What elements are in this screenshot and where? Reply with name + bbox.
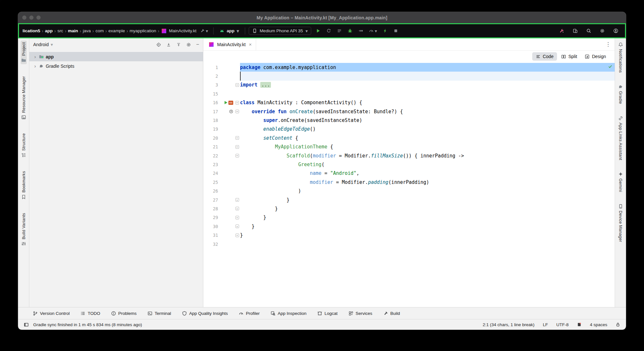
fold-marker[interactable]: − — [234, 83, 240, 87]
tool-stripe-gradle[interactable]: Gradle — [618, 83, 624, 105]
fold-marker[interactable]: − — [234, 145, 240, 149]
inspections-passed-icon[interactable] — [608, 64, 612, 69]
bottom-tool-profiler[interactable]: Profiler — [239, 311, 260, 316]
expand-icon[interactable] — [176, 42, 181, 47]
code-editor[interactable]: 1package com.example.myapplication23−imp… — [203, 62, 615, 307]
device-select[interactable]: Medium Phone API 35▾ — [249, 27, 311, 35]
run-configuration-select[interactable]: app▾ — [217, 27, 241, 35]
code-line[interactable]: 19 enableEdgeToEdge() — [203, 125, 615, 134]
bottom-tool-build[interactable]: Build — [383, 311, 400, 316]
code-line[interactable]: 15 — [203, 89, 615, 98]
bottom-tool-problems[interactable]: Problems — [111, 311, 137, 316]
code-line[interactable]: 22− Scaffold(modifier = Modifier.fillMax… — [203, 151, 615, 160]
tree-node-app[interactable]: ›app — [29, 52, 203, 61]
bottom-tool-terminal[interactable]: Terminal — [148, 311, 171, 316]
code-line[interactable]: 24 name = "Android", — [203, 169, 615, 178]
tree-node-gradle-scripts[interactable]: ›Gradle Scripts — [29, 61, 203, 71]
minimize-window-button[interactable] — [29, 15, 34, 20]
settings-button[interactable] — [598, 27, 606, 35]
editor-tab[interactable]: MainActivity.kt × — [203, 38, 256, 50]
chevron-down-icon[interactable]: ▾ — [51, 42, 53, 47]
build-menu-button[interactable]: ▾ — [198, 27, 210, 35]
close-tab-icon[interactable]: × — [249, 42, 252, 47]
fold-marker[interactable]: ▴ — [234, 216, 240, 219]
code-line[interactable]: 1package com.example.myapplication — [203, 63, 615, 72]
apply-code-changes-button[interactable] — [335, 27, 343, 35]
code-line[interactable]: 30▴ } — [203, 222, 615, 231]
code-line[interactable]: 29▴ } — [203, 213, 615, 222]
code-line[interactable]: 31▴} — [203, 231, 615, 239]
encoding-widget[interactable]: UTF-8 — [556, 322, 569, 327]
tab-options-icon[interactable]: ⋮ — [605, 41, 611, 48]
fold-marker[interactable]: ▴ — [234, 234, 240, 237]
code-line[interactable]: 27▴ } — [203, 196, 615, 204]
tool-stripe-notifications[interactable]: Notifications — [618, 41, 624, 74]
bottom-tool-app-inspection[interactable]: App Inspection — [271, 311, 306, 316]
run-button[interactable] — [314, 27, 322, 35]
tool-stripe-build-variants[interactable]: Build Variants — [21, 211, 27, 248]
view-toggle-code[interactable]: Code — [532, 52, 557, 61]
fold-marker[interactable]: ▴ — [234, 207, 240, 210]
bottom-tool-version-control[interactable]: Version Control — [33, 311, 70, 316]
code-line[interactable]: 17− override fun onCreate(savedInstanceS… — [203, 107, 615, 116]
breadcrumb-file[interactable]: MainActivity.kt — [168, 28, 197, 33]
apply-changes-button[interactable] — [325, 27, 333, 35]
tool-stripe-device-manager[interactable]: Device Manager — [618, 202, 624, 244]
zoom-window-button[interactable] — [36, 15, 41, 20]
profile-low-overhead-button[interactable] — [381, 27, 389, 35]
tool-stripe-project[interactable]: Project — [21, 41, 27, 64]
code-line[interactable]: 3−import ... — [203, 81, 615, 89]
project-view-selector[interactable]: Android — [33, 42, 49, 47]
gear-icon[interactable] — [186, 42, 191, 47]
breadcrumb-item[interactable]: lication5 — [22, 28, 41, 33]
fold-marker[interactable]: − — [234, 154, 240, 157]
code-line[interactable]: 16<>−class MainActivity : ComponentActiv… — [203, 98, 615, 107]
hide-icon[interactable]: − — [196, 42, 199, 47]
expand-chevron-icon[interactable]: › — [33, 54, 37, 59]
override-gutter-icon[interactable] — [229, 109, 233, 114]
breadcrumb-item[interactable]: src — [56, 28, 64, 33]
expand-chevron-icon[interactable]: › — [33, 63, 37, 69]
bottom-tool-logcat[interactable]: Logcat — [317, 311, 338, 316]
code-line[interactable]: 32 — [203, 240, 615, 248]
studio-bot-button[interactable] — [558, 27, 566, 35]
tool-stripe-bookmarks[interactable]: Bookmarks — [21, 169, 27, 201]
search-everywhere-button[interactable] — [585, 27, 593, 35]
caret-position-widget[interactable]: 2:1 (34 chars, 1 line break) — [483, 322, 534, 327]
bottom-tool-app-quality-insights[interactable]: App Quality Insights — [182, 311, 228, 316]
code-line[interactable]: 23 Greeting( — [203, 160, 615, 169]
breadcrumb-item[interactable]: main — [67, 28, 79, 33]
close-window-button[interactable] — [22, 15, 26, 20]
code-line[interactable]: 26 ) — [203, 186, 615, 195]
profile-account-button[interactable] — [612, 27, 620, 35]
debug-button[interactable] — [346, 27, 354, 35]
target-icon[interactable] — [156, 42, 161, 47]
line-ending-widget[interactable]: LF — [543, 322, 548, 327]
profiler-button[interactable]: ▾ — [367, 27, 379, 35]
bottom-tool-services[interactable]: Services — [349, 311, 372, 316]
fold-marker[interactable]: − — [234, 136, 240, 140]
attach-debugger-button[interactable] — [357, 27, 365, 35]
breadcrumb-item[interactable]: app — [44, 28, 53, 33]
breadcrumb-item[interactable]: com — [94, 28, 105, 33]
code-line[interactable]: 2 — [203, 72, 615, 80]
indent-widget[interactable]: 4 spaces — [590, 322, 607, 327]
running-devices-button[interactable] — [571, 27, 579, 35]
breadcrumb-item[interactable]: example — [108, 28, 126, 33]
compose-gutter-icon[interactable]: <> — [228, 101, 233, 105]
lock-icon[interactable] — [616, 322, 620, 327]
collapse-icon[interactable] — [166, 42, 171, 47]
tool-stripe-app-links-assistant[interactable]: App Links Assistant — [618, 114, 624, 162]
view-toggle-design[interactable]: Design — [581, 52, 610, 61]
code-line[interactable]: 28▴ } — [203, 204, 615, 213]
breadcrumb-item[interactable]: java — [82, 28, 92, 33]
tool-stripe-structure[interactable]: Structure — [21, 132, 27, 159]
fold-marker[interactable]: − — [234, 101, 240, 105]
fold-marker[interactable]: − — [234, 110, 240, 113]
view-toggle-split[interactable]: Split — [558, 52, 581, 61]
tool-window-panel-icon[interactable] — [24, 322, 29, 327]
code-line[interactable]: 25 modifier = Modifier.padding(innerPadd… — [203, 178, 615, 186]
fold-marker[interactable]: ▴ — [234, 225, 240, 228]
stop-button[interactable] — [392, 27, 400, 35]
code-line[interactable]: 20− setContent { — [203, 134, 615, 142]
